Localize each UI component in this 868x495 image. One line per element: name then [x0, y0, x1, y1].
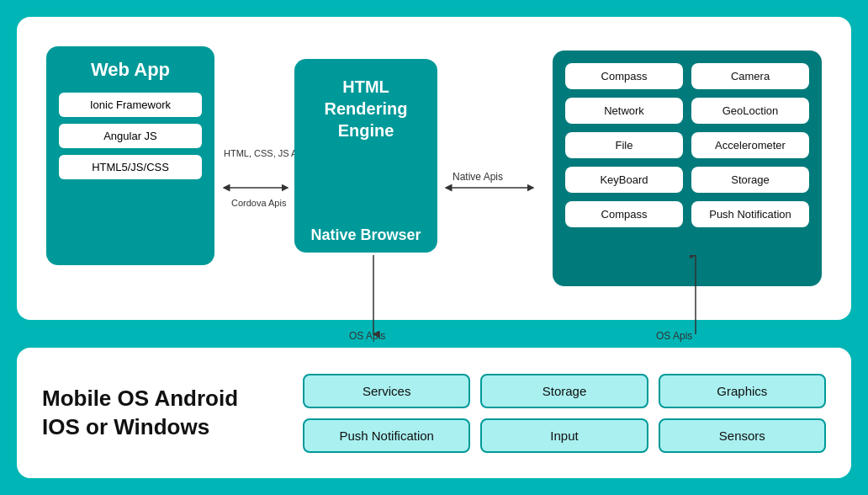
bottom-section: Mobile OS Android IOS or Windows Service…: [17, 348, 851, 478]
sensors-item: Sensors: [659, 418, 826, 453]
graphics-item: Graphics: [659, 374, 826, 408]
web-app-box: Web App Ionic Framework Angular JS HTML5…: [46, 46, 214, 265]
bidirectional-arrow-2: [439, 179, 540, 196]
device-features-box: Compass Camera Network GeoLoction File A…: [553, 51, 822, 286]
bidirectional-arrow-1: [217, 179, 294, 196]
storage-item: Storage: [691, 167, 809, 193]
mobile-os-grid: Services Storage Graphics Push Notificat…: [303, 374, 826, 453]
services-item: Services: [303, 374, 470, 408]
ionic-framework-item: Ionic Framework: [59, 93, 202, 117]
push-notification-item: Push Notification: [303, 418, 470, 453]
top-section: Web App Ionic Framework Angular JS HTML5…: [17, 17, 851, 320]
push-notification-device-item: Push Notification: [691, 201, 809, 227]
angular-js-item: Angular JS: [59, 124, 202, 148]
cordova-label: Cordova Apis: [231, 198, 286, 208]
main-container: Web App Ionic Framework Angular JS HTML5…: [0, 0, 868, 495]
vertical-arrow-up: [687, 255, 704, 339]
keyboard-item: KeyBoard: [565, 167, 683, 193]
html-engine-box: HTML Rendering Engine Native Browser: [294, 59, 437, 253]
native-browser-label: Native Browser: [310, 226, 421, 244]
file-item: File: [565, 132, 683, 158]
storage-item: Storage: [480, 374, 648, 408]
compass-item-2: Compass: [565, 201, 683, 227]
web-app-title: Web App: [59, 59, 202, 81]
accelerometer-item: Accelerometer: [691, 132, 809, 158]
vertical-arrow-down: [365, 255, 382, 339]
mobile-os-title: Mobile OS Android IOS or Windows: [42, 385, 278, 442]
html5-js-css-item: HTML5/JS/CSS: [59, 155, 202, 179]
html-engine-title: HTML Rendering Engine: [303, 76, 429, 141]
input-item: Input: [480, 418, 648, 453]
camera-item: Camera: [691, 63, 809, 89]
compass-item-1: Compass: [565, 63, 683, 89]
geoloction-item: GeoLoction: [691, 98, 809, 124]
network-item: Network: [565, 98, 683, 124]
